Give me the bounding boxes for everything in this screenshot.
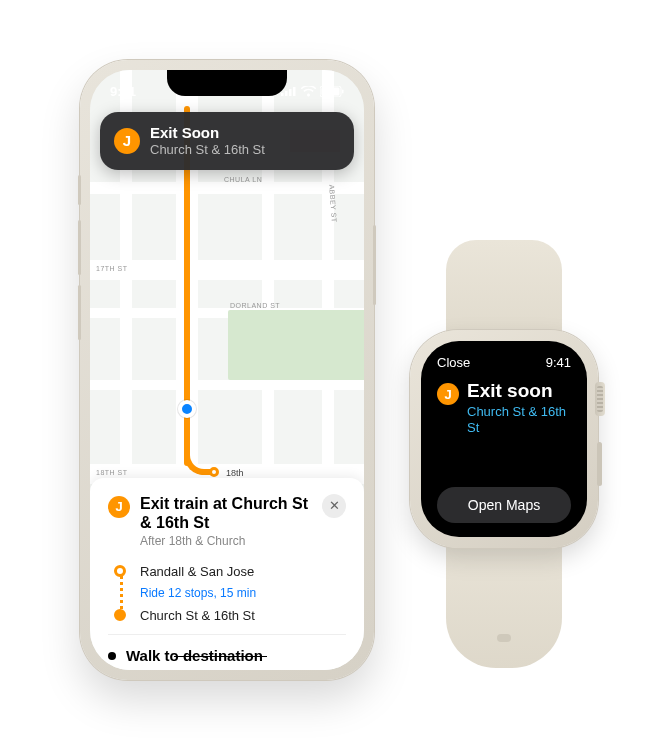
notch [167, 70, 287, 96]
street-label: CHULA LN [224, 176, 262, 183]
battery-icon [320, 86, 344, 97]
svg-rect-5 [322, 87, 340, 95]
apple-watch-device: Close 9:41 J Exit soon Church St & 16th … [410, 330, 598, 548]
stop-marker-icon [114, 609, 126, 621]
watch-subtitle: Church St & 16th St [467, 404, 571, 435]
watch-side-button[interactable] [597, 442, 602, 486]
digital-crown[interactable] [595, 382, 605, 416]
stop-list: Randall & San Jose Ride 12 stops, 15 min… [114, 562, 346, 624]
ride-info-link[interactable]: Ride 12 stops, 15 min [140, 586, 346, 600]
close-button[interactable]: Close [437, 355, 470, 370]
stop-name: Church St & 16th St [140, 608, 255, 623]
stop-marker-icon [114, 565, 126, 577]
street-label: 18TH ST [96, 469, 128, 476]
iphone-device: 9:41 [80, 60, 374, 680]
sheet-subtitle: After 18th & Church [140, 534, 312, 548]
street-label: DORLAND ST [230, 302, 280, 309]
transit-line-icon: J [437, 383, 459, 405]
banner-subtitle: Church St & 16th St [150, 142, 340, 158]
close-button[interactable]: ✕ [322, 494, 346, 518]
transit-line-icon: J [114, 128, 140, 154]
walk-icon [108, 652, 116, 660]
svg-rect-2 [289, 89, 292, 96]
directions-sheet[interactable]: J Exit train at Church St & 16th St Afte… [90, 478, 364, 670]
stop-name: Randall & San Jose [140, 564, 254, 579]
iphone-screen: 9:41 [90, 70, 364, 670]
transit-line-icon: J [108, 496, 130, 518]
svg-rect-6 [342, 89, 344, 93]
user-location-dot [178, 400, 196, 418]
route-stop-marker [209, 467, 219, 477]
status-time: 9:41 [110, 84, 136, 99]
wifi-icon [301, 86, 316, 97]
watch-screen: Close 9:41 J Exit soon Church St & 16th … [421, 341, 587, 537]
banner-title: Exit Soon [150, 124, 340, 142]
street-label: 17TH ST [96, 265, 128, 272]
svg-rect-3 [293, 87, 296, 96]
walk-label: Walk to destination [126, 647, 263, 664]
watch-title: Exit soon [467, 380, 571, 402]
route-stop-label: 18th [226, 468, 244, 478]
svg-rect-0 [281, 93, 284, 96]
sheet-title: Exit train at Church St & 16th St [140, 494, 312, 532]
watch-time: 9:41 [546, 355, 571, 370]
svg-rect-1 [285, 91, 288, 96]
walk-step[interactable]: Walk to destination [108, 634, 346, 670]
notification-banner[interactable]: J Exit Soon Church St & 16th St [100, 112, 354, 170]
open-maps-button[interactable]: Open Maps [437, 487, 571, 523]
